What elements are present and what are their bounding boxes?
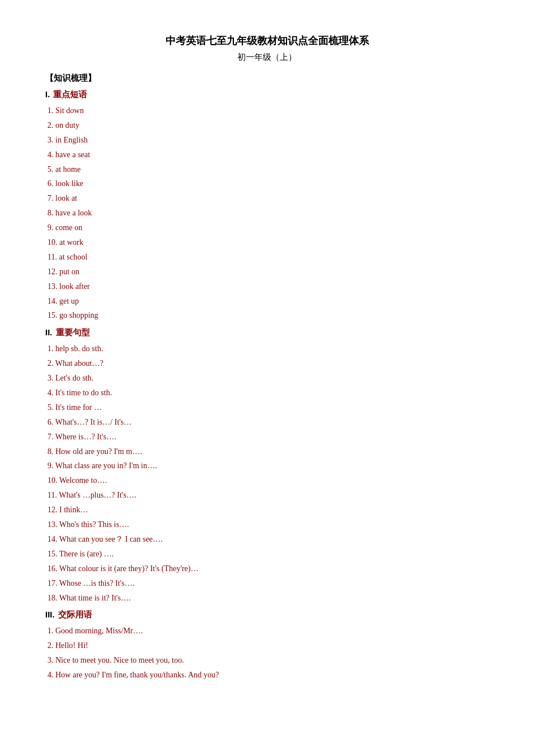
list-item: 4. How are you? I'm fine, thank you/than…: [45, 668, 489, 682]
list-item: 18. What time is it? It's….: [45, 591, 489, 606]
list-item: 9. What class are you in? I'm in….: [45, 459, 489, 473]
list-item: 17. Whose …is this? It's….: [45, 576, 489, 591]
list-item: 2. What about…?: [45, 356, 489, 371]
list-item: 5. at home: [45, 162, 489, 177]
list-item: 9. come on: [45, 221, 489, 235]
section2-list: 1. help sb. do sth. 2. What about…? 3. L…: [45, 342, 489, 605]
list-item: 12. I think…: [45, 503, 489, 517]
list-item: 4. have a seat: [45, 148, 489, 162]
list-item: 16. What colour is it (are they)? It's (…: [45, 561, 489, 576]
list-item: 13. Who's this? This is….: [45, 517, 489, 532]
main-title: 中考英语七至九年级教材知识点全面梳理体系: [45, 34, 489, 47]
section3-list: 1. Good morning, Miss/Mr…. 2. Hello! Hi!…: [45, 624, 489, 682]
list-item: 15. go shopping: [45, 308, 489, 323]
list-item: 11. What's …plus…? It's….: [45, 488, 489, 503]
list-item: 1. help sb. do sth.: [45, 342, 489, 356]
list-item: 14. get up: [45, 294, 489, 309]
list-item: 2. on duty: [45, 118, 489, 133]
page-container: 中考英语七至九年级教材知识点全面梳理体系 初一年级（上） 【知识梳理】 I. 重…: [45, 34, 489, 682]
section1-list: 1. Sit down 2. on duty 3. in English 4. …: [45, 103, 489, 323]
list-item: 13. look after: [45, 279, 489, 294]
list-item: 15. There is (are) ….: [45, 547, 489, 561]
list-item: 6. What's…? It is…/ It's…: [45, 415, 489, 430]
sub-title: 初一年级（上）: [45, 52, 489, 63]
list-item: 12. put on: [45, 265, 489, 279]
section3-header: III. 交际用语: [45, 610, 489, 620]
section2-roman: II.: [45, 327, 53, 337]
list-item: 14. What can you see？ I can see….: [45, 532, 489, 547]
list-item: 2. Hello! Hi!: [45, 638, 489, 653]
list-item: 11. at school: [45, 250, 489, 265]
list-item: 7. look at: [45, 191, 489, 206]
list-item: 4. It's time to do sth.: [45, 386, 489, 400]
list-item: 1. Sit down: [45, 103, 489, 118]
list-item: 10. at work: [45, 235, 489, 250]
section1-label: 重点短语: [53, 89, 87, 100]
list-item: 6. look like: [45, 176, 489, 191]
section2-label: 重要句型: [56, 327, 90, 338]
list-item: 8. have a look: [45, 206, 489, 221]
section3-roman: III.: [45, 610, 55, 619]
section3-label: 交际用语: [58, 610, 92, 620]
list-item: 3. in English: [45, 133, 489, 148]
list-item: 8. How old are you? I'm m….: [45, 444, 489, 459]
list-item: 7. Where is…? It's….: [45, 430, 489, 444]
list-item: 3. Nice to meet you. Nice to meet you, t…: [45, 653, 489, 668]
knowledge-header: 【知识梳理】: [45, 73, 489, 84]
section1-roman: I.: [45, 89, 50, 99]
section2-header: II. 重要句型: [45, 327, 489, 338]
list-item: 3. Let's do sth.: [45, 371, 489, 386]
list-item: 10. Welcome to….: [45, 473, 489, 488]
list-item: 1. Good morning, Miss/Mr….: [45, 624, 489, 638]
section1-header: I. 重点短语: [45, 89, 489, 100]
list-item: 5. It's time for …: [45, 400, 489, 415]
